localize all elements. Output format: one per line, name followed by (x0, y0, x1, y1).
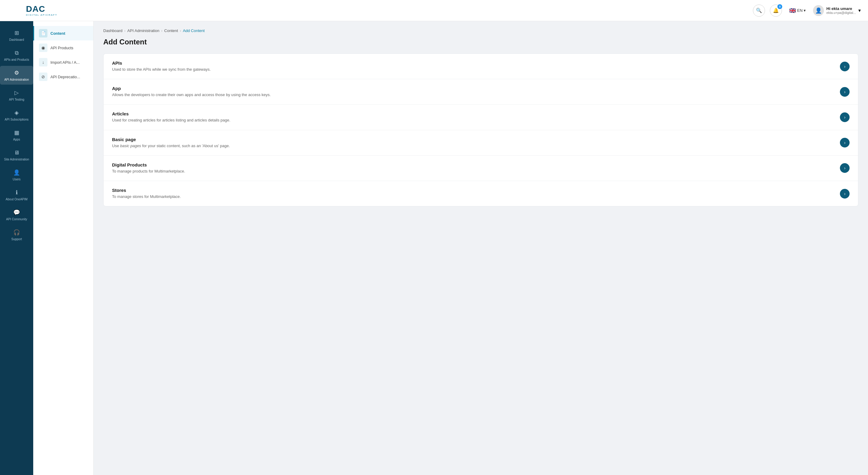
chevron-down-icon: ▾ (804, 8, 806, 13)
sidebar-label-support: Support (11, 237, 22, 241)
card-arrow-articles[interactable]: › (840, 112, 849, 122)
card-arrow-app[interactable]: › (840, 87, 849, 97)
chevron-right-icon-basic-page: › (844, 140, 846, 145)
deprecation-icon: ⊘ (39, 72, 48, 81)
card-text-digital-products: Digital Products To manage products for … (112, 162, 840, 174)
flag-icon: 🇬🇧 (789, 7, 796, 14)
logo-sub: DIGITAL APICRAFT (26, 14, 57, 17)
community-icon: 💬 (13, 208, 21, 216)
content-icon: 📄 (39, 29, 48, 37)
sidebar-item-api-administration[interactable]: ⚙ API Administration (0, 66, 33, 85)
api-administration-icon: ⚙ (13, 69, 21, 77)
main-content: Dashboard › API Administration › Content… (94, 21, 868, 475)
breadcrumb-sep-3: › (180, 29, 181, 33)
card-desc-apis: Used to store the APIs while we sync fro… (112, 67, 840, 72)
logo-text: DAC DIGITAL APICRAFT (26, 4, 57, 17)
apps-icon: ▦ (13, 129, 21, 137)
content-card-digital-products[interactable]: Digital Products To manage products for … (103, 156, 858, 181)
sidebar-item-apis-products[interactable]: ⧉ APIs and Products (0, 46, 33, 65)
chevron-right-icon-stores: › (844, 191, 846, 196)
sidebar-item-about-oneapim[interactable]: ℹ About OneAPIM (0, 185, 33, 204)
notifications-badge: 0 (777, 4, 782, 9)
secondary-label-api-products: API Products (51, 46, 73, 50)
card-desc-stores: To manage stores for Multimarketplace. (112, 194, 840, 200)
content-card-stores[interactable]: Stores To manage stores for Multimarketp… (103, 181, 858, 206)
logo-area: DAC DIGITAL APICRAFT (26, 4, 59, 17)
sidebar-label-site-administration: Site Administration (4, 158, 29, 161)
sidebar-label-api-administration: API Administration (4, 78, 29, 82)
user-name: Hi ekta umare (826, 6, 856, 11)
menu-toggle-button[interactable]: ☰ (7, 2, 20, 15)
main-body: ⊞ Dashboard ⧉ APIs and Products ⚙ API Ad… (0, 21, 868, 475)
sidebar-label-users: Users (13, 178, 21, 181)
breadcrumb-add-content: Add Content (183, 28, 205, 33)
hamburger-icon: ☰ (11, 5, 16, 12)
card-arrow-digital-products[interactable]: › (840, 163, 849, 173)
card-desc-articles: Used for creating articles for articles … (112, 118, 840, 123)
secondary-sidebar: 📄 Content ◉ API Products ↓ Import APIs /… (33, 21, 94, 475)
chevron-right-icon-articles: › (844, 115, 846, 120)
card-arrow-stores[interactable]: › (840, 189, 849, 199)
support-icon: 🎧 (13, 229, 21, 236)
card-text-articles: Articles Used for creating articles for … (112, 111, 840, 123)
breadcrumb-dashboard[interactable]: Dashboard (103, 28, 123, 33)
language-selector[interactable]: 🇬🇧 EN ▾ (787, 5, 808, 16)
sidebar-item-api-community[interactable]: 💬 API Community (0, 205, 33, 224)
breadcrumb-api-administration[interactable]: API Administration (127, 28, 159, 33)
card-desc-digital-products: To manage products for Multimarketplace. (112, 169, 840, 174)
sidebar-item-api-subscriptions[interactable]: ◈ API Subscriptions (0, 106, 33, 124)
card-text-app: App Allows the developers to create thei… (112, 86, 840, 98)
secondary-label-import-apis: Import APIs / A... (51, 60, 80, 65)
users-icon: 👤 (13, 169, 21, 176)
content-list: APIs Used to store the APIs while we syn… (103, 54, 858, 206)
card-text-basic-page: Basic page Use basic pages for your stat… (112, 137, 840, 149)
content-card-articles[interactable]: Articles Used for creating articles for … (103, 105, 858, 130)
apis-products-icon: ⧉ (13, 49, 21, 57)
chevron-right-icon-digital-products: › (844, 166, 846, 171)
sidebar-label-api-testing: API Testing (9, 98, 24, 101)
dashboard-icon: ⊞ (13, 29, 21, 37)
content-card-app[interactable]: App Allows the developers to create thei… (103, 79, 858, 105)
secondary-item-api-products[interactable]: ◉ API Products (33, 40, 93, 55)
card-title-stores: Stores (112, 188, 840, 193)
secondary-item-content[interactable]: 📄 Content (33, 26, 93, 40)
card-text-apis: APIs Used to store the APIs while we syn… (112, 60, 840, 72)
sidebar-item-api-testing[interactable]: ▷ API Testing (0, 86, 33, 105)
sidebar-label-apis-products: APIs and Products (4, 58, 29, 62)
sidebar-item-dashboard[interactable]: ⊞ Dashboard (0, 26, 33, 45)
card-desc-app: Allows the developers to create their ow… (112, 92, 840, 98)
card-title-articles: Articles (112, 111, 840, 116)
left-sidebar: ⊞ Dashboard ⧉ APIs and Products ⚙ API Ad… (0, 21, 33, 475)
card-title-apis: APIs (112, 60, 840, 65)
user-email: ekta.u+pa@digital... (826, 11, 856, 14)
card-arrow-apis[interactable]: › (840, 62, 849, 71)
card-arrow-basic-page[interactable]: › (840, 138, 849, 147)
header-right: 🔍 🔔 0 🇬🇧 EN ▾ 👤 Hi ekta umare ekta.u+pa@… (753, 4, 861, 17)
language-label: EN (797, 8, 803, 13)
breadcrumb-content[interactable]: Content (164, 28, 178, 33)
secondary-label-content: Content (51, 31, 65, 36)
secondary-item-import-apis[interactable]: ↓ Import APIs / A... (33, 55, 93, 69)
avatar-icon: 👤 (815, 7, 822, 14)
sidebar-item-apps[interactable]: ▦ Apps (0, 126, 33, 144)
notifications-button[interactable]: 🔔 0 (770, 4, 782, 17)
api-testing-icon: ▷ (13, 89, 21, 97)
sidebar-label-dashboard: Dashboard (9, 38, 24, 42)
sidebar-label-about-oneapim: About OneAPIM (6, 198, 28, 201)
sidebar-label-api-community: API Community (6, 217, 27, 221)
site-administration-icon: 🖥 (13, 149, 21, 156)
sidebar-item-site-administration[interactable]: 🖥 Site Administration (0, 146, 33, 165)
content-card-apis[interactable]: APIs Used to store the APIs while we syn… (103, 54, 858, 79)
user-info[interactable]: 👤 Hi ekta umare ekta.u+pa@digital... ▾ (813, 5, 861, 16)
api-products-icon: ◉ (39, 43, 48, 52)
secondary-item-api-deprecation[interactable]: ⊘ API Deprecatio... (33, 69, 93, 84)
sidebar-item-users[interactable]: 👤 Users (0, 166, 33, 184)
sidebar-label-apps: Apps (13, 138, 20, 141)
breadcrumb-sep-2: › (161, 29, 162, 33)
user-chevron-icon: ▾ (858, 7, 861, 13)
sidebar-item-support[interactable]: 🎧 Support (0, 226, 33, 244)
search-button[interactable]: 🔍 (753, 4, 765, 17)
chevron-right-icon-app: › (844, 89, 846, 94)
basic-pages-italic: basic pages (120, 144, 141, 148)
content-card-basic-page[interactable]: Basic page Use basic pages for your stat… (103, 130, 858, 156)
